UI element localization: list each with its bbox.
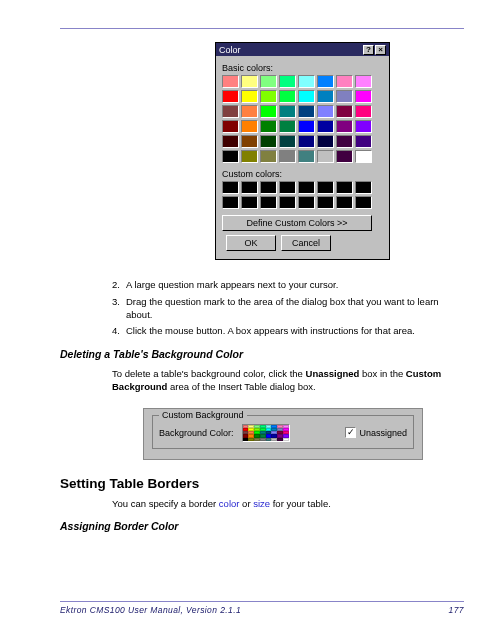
color-swatch[interactable] — [355, 150, 372, 163]
color-link[interactable]: color — [219, 498, 240, 509]
color-swatch[interactable] — [279, 135, 296, 148]
bg-color-swatch-button[interactable] — [242, 424, 290, 442]
step-number: 3. — [112, 296, 126, 322]
color-swatch[interactable] — [317, 90, 334, 103]
color-swatch[interactable] — [298, 75, 315, 88]
custom-color-swatch[interactable] — [317, 181, 334, 194]
fieldset-legend: Custom Background — [159, 410, 247, 420]
footer-manual-title: Ektron CMS100 User Manual, Version 2.1.1 — [60, 605, 241, 615]
color-swatch[interactable] — [260, 90, 277, 103]
color-swatch[interactable] — [298, 105, 315, 118]
define-custom-colors-button[interactable]: Define Custom Colors >> — [222, 215, 372, 231]
checkbox-icon: ✓ — [345, 427, 356, 438]
color-swatch[interactable] — [355, 90, 372, 103]
color-dialog: Color ? × Basic colors: Custom colors: D… — [215, 42, 390, 260]
custom-color-swatch[interactable] — [355, 181, 372, 194]
color-swatch[interactable] — [336, 105, 353, 118]
color-swatch[interactable] — [241, 150, 258, 163]
step-text: A large question mark appears next to yo… — [126, 279, 338, 292]
custom-color-swatch[interactable] — [222, 196, 239, 209]
color-swatch[interactable] — [317, 105, 334, 118]
color-swatch[interactable] — [279, 75, 296, 88]
color-swatch[interactable] — [336, 90, 353, 103]
cancel-button[interactable]: Cancel — [281, 235, 331, 251]
color-swatch[interactable] — [317, 150, 334, 163]
custom-background-fieldset: Custom Background Background Color: ✓ Un… — [152, 415, 414, 449]
custom-color-swatch[interactable] — [336, 196, 353, 209]
unassigned-label: Unassigned — [359, 428, 407, 438]
color-swatch[interactable] — [241, 120, 258, 133]
color-swatch[interactable] — [355, 105, 372, 118]
color-swatch[interactable] — [260, 150, 277, 163]
setting-borders-paragraph: You can specify a border color or size f… — [112, 497, 454, 510]
color-swatch[interactable] — [260, 135, 277, 148]
custom-color-swatch[interactable] — [222, 181, 239, 194]
color-swatch[interactable] — [336, 135, 353, 148]
ok-button[interactable]: OK — [226, 235, 276, 251]
color-swatch[interactable] — [222, 150, 239, 163]
color-swatch[interactable] — [279, 105, 296, 118]
instruction-list: 2.A large question mark appears next to … — [112, 279, 454, 338]
color-swatch[interactable] — [260, 75, 277, 88]
close-icon[interactable]: × — [375, 45, 386, 55]
custom-color-swatch[interactable] — [260, 196, 277, 209]
custom-color-grid — [222, 181, 383, 209]
basic-color-grid — [222, 75, 383, 163]
color-swatch[interactable] — [355, 120, 372, 133]
color-swatch[interactable] — [222, 135, 239, 148]
color-swatch[interactable] — [336, 120, 353, 133]
step-number: 2. — [112, 279, 126, 292]
color-swatch[interactable] — [222, 120, 239, 133]
color-swatch[interactable] — [298, 135, 315, 148]
color-swatch[interactable] — [222, 75, 239, 88]
color-swatch[interactable] — [298, 150, 315, 163]
color-swatch[interactable] — [222, 90, 239, 103]
color-swatch[interactable] — [317, 75, 334, 88]
color-swatch[interactable] — [317, 135, 334, 148]
color-swatch[interactable] — [241, 75, 258, 88]
color-swatch[interactable] — [336, 75, 353, 88]
unassigned-checkbox[interactable]: ✓ Unassigned — [345, 427, 407, 438]
custom-color-swatch[interactable] — [279, 196, 296, 209]
step-number: 4. — [112, 325, 126, 338]
top-rule — [60, 28, 464, 29]
footer-page-number: 177 — [449, 605, 464, 615]
basic-colors-label: Basic colors: — [222, 63, 383, 73]
color-swatch[interactable] — [279, 90, 296, 103]
assigning-border-color-heading: Assigning Border Color — [60, 520, 454, 532]
custom-color-swatch[interactable] — [298, 196, 315, 209]
color-swatch[interactable] — [241, 90, 258, 103]
color-swatch[interactable] — [222, 105, 239, 118]
custom-color-swatch[interactable] — [298, 181, 315, 194]
color-swatch[interactable] — [355, 75, 372, 88]
color-swatch[interactable] — [279, 120, 296, 133]
custom-color-swatch[interactable] — [336, 181, 353, 194]
color-swatch[interactable] — [336, 150, 353, 163]
color-swatch[interactable] — [355, 135, 372, 148]
color-swatch[interactable] — [241, 135, 258, 148]
delete-bg-heading: Deleting a Table's Background Color — [60, 348, 454, 360]
color-swatch[interactable] — [260, 105, 277, 118]
custom-color-swatch[interactable] — [241, 181, 258, 194]
list-item: 3.Drag the question mark to the area of … — [112, 296, 454, 322]
bg-color-label: Background Color: — [159, 428, 234, 438]
custom-color-swatch[interactable] — [241, 196, 258, 209]
page-footer: Ektron CMS100 User Manual, Version 2.1.1… — [60, 601, 464, 615]
color-swatch[interactable] — [317, 120, 334, 133]
custom-color-swatch[interactable] — [355, 196, 372, 209]
color-swatch[interactable] — [241, 105, 258, 118]
color-swatch[interactable] — [298, 90, 315, 103]
help-icon[interactable]: ? — [363, 45, 374, 55]
size-link[interactable]: size — [253, 498, 270, 509]
delete-bg-paragraph: To delete a table's background color, cl… — [112, 368, 454, 394]
custom-color-swatch[interactable] — [260, 181, 277, 194]
list-item: 2.A large question mark appears next to … — [112, 279, 454, 292]
list-item: 4.Click the mouse button. A box appears … — [112, 325, 454, 338]
dialog-titlebar: Color ? × — [216, 43, 389, 56]
custom-color-swatch[interactable] — [279, 181, 296, 194]
color-swatch[interactable] — [260, 120, 277, 133]
color-swatch[interactable] — [298, 120, 315, 133]
custom-color-swatch[interactable] — [317, 196, 334, 209]
custom-background-figure: Custom Background Background Color: ✓ Un… — [143, 408, 423, 460]
color-swatch[interactable] — [279, 150, 296, 163]
